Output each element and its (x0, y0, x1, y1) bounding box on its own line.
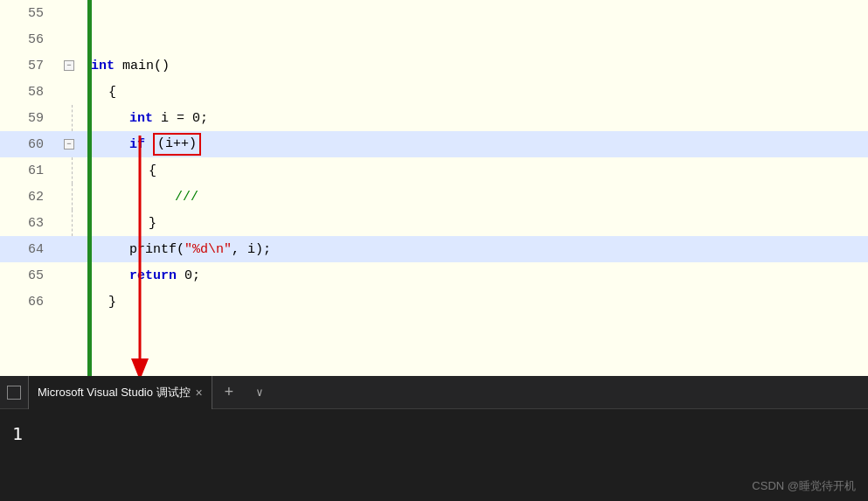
line-number-63: 63 (0, 216, 51, 231)
code-text-60a (145, 137, 153, 152)
code-text-main: main() (115, 59, 170, 73)
code-text-64c: , i); (232, 242, 271, 257)
editor-area: 55 56 57 − int main() (0, 0, 868, 376)
terminal-dropdown-button[interactable]: ∨ (246, 376, 274, 409)
collapse-btn-57[interactable]: − (64, 60, 74, 71)
terminal-tabs-bar: Microsoft Visual Studio 调试控 × + ∨ (0, 376, 868, 409)
line-number-57: 57 (0, 59, 51, 73)
line-marker-63 (51, 210, 87, 236)
terminal-tab-label: Microsoft Visual Studio 调试控 (38, 385, 191, 400)
csdn-watermark: CSDN @睡觉待开机 (752, 478, 856, 494)
keyword-int-main: int (91, 59, 115, 73)
brace-close-63: } (149, 216, 156, 231)
line-number-55: 55 (0, 6, 51, 21)
highlight-box-60: (i++) (153, 133, 201, 156)
code-text-64a: p (129, 242, 137, 257)
code-text-59: i = 0; (153, 111, 208, 126)
line-number-60: 60 (0, 137, 51, 152)
code-line-57: 57 − int main() (0, 52, 868, 79)
collapse-btn-60[interactable]: − (64, 139, 74, 150)
add-icon: + (224, 384, 233, 401)
keyword-return-65: return (129, 268, 177, 283)
line-content-63: } (87, 216, 868, 231)
brace-close-66: } (108, 295, 116, 310)
line-number-64: 64 (0, 242, 51, 257)
line-marker-62 (51, 184, 87, 210)
code-text-65: 0; (177, 268, 200, 283)
terminal-output-number: 1 (12, 423, 856, 444)
output-value: 1 (12, 423, 23, 444)
code-line-60: 60 − if (i++) (0, 131, 868, 157)
brace-open-61: { (149, 164, 156, 178)
terminal-tab-close[interactable]: × (196, 386, 203, 400)
terminal-content: 1 CSDN @睡觉待开机 (0, 409, 868, 501)
code-line-63: 63 } (0, 210, 868, 236)
line-number-59: 59 (0, 111, 51, 126)
comment-62: /// (175, 190, 198, 205)
line-content-58: { (87, 85, 868, 100)
code-line-55: 55 (0, 0, 868, 26)
line-content-64: printf("%d\n", i); (87, 242, 868, 257)
terminal-area: Microsoft Visual Studio 调试控 × + ∨ 1 CSDN… (0, 376, 868, 501)
code-lines: 55 56 57 − int main() (0, 0, 868, 376)
terminal-tab-active[interactable]: Microsoft Visual Studio 调试控 × (28, 376, 212, 409)
line-content-66: } (87, 295, 868, 310)
line-content-61: { (87, 164, 868, 178)
code-line-61: 61 { (0, 157, 868, 184)
code-line-65: 65 return 0; (0, 262, 868, 289)
line-marker-59 (51, 105, 87, 131)
line-content-60: if (i++) (87, 133, 868, 156)
code-line-66: 66 } (0, 289, 868, 315)
code-line-56: 56 (0, 26, 868, 52)
line-number-62: 62 (0, 190, 51, 205)
terminal-add-tab-button[interactable]: + (212, 376, 246, 409)
green-bar (87, 0, 92, 376)
line-number-65: 65 (0, 268, 51, 283)
code-text-64b: rintf( (137, 242, 184, 257)
string-64: "%d\n" (184, 242, 232, 257)
keyword-if-60: if (129, 137, 145, 152)
line-marker-61 (51, 157, 87, 184)
code-line-59: 59 int i = 0; (0, 105, 868, 131)
line-content-65: return 0; (87, 268, 868, 283)
code-line-62: 62 /// (0, 184, 868, 210)
line-number-61: 61 (0, 164, 51, 178)
line-number-66: 66 (0, 295, 51, 310)
line-marker-60[interactable]: − (51, 139, 87, 150)
brace-open-58: { (108, 85, 116, 100)
line-content-59: int i = 0; (87, 111, 868, 126)
keyword-int-59: int (129, 111, 153, 126)
dropdown-icon: ∨ (256, 386, 263, 400)
line-number-58: 58 (0, 85, 51, 100)
line-number-56: 56 (0, 32, 51, 47)
line-content-62: /// (87, 190, 868, 205)
code-line-64: 64 printf("%d\n", i); (0, 236, 868, 262)
line-content-57: int main() (87, 59, 868, 73)
line-marker-57[interactable]: − (51, 60, 87, 71)
terminal-tab-icon (0, 376, 28, 409)
code-line-58: 58 { (0, 79, 868, 105)
